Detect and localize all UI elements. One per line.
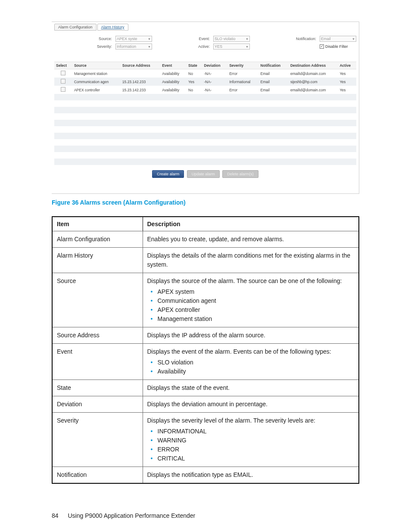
table-row[interactable]: [54, 100, 356, 107]
table-row: StateDisplays the state of the event.: [52, 380, 359, 396]
table-row[interactable]: [54, 113, 356, 120]
table-row: Alarm ConfigurationEnables you to create…: [52, 231, 359, 248]
tabs-row: Alarm Configuration Alarm History: [54, 24, 356, 31]
col-notification: Notification: [259, 62, 289, 69]
page-number: 84: [52, 512, 59, 519]
item-cell: Severity: [52, 413, 143, 467]
table-row[interactable]: [54, 126, 356, 133]
col-active: Active: [338, 62, 356, 69]
grid-header-row: Select Source Source Address Event State…: [54, 62, 356, 69]
figure-caption: Figure 36 Alarms screen (Alarm Configura…: [52, 199, 359, 206]
col-state: State: [187, 62, 202, 69]
table-row[interactable]: [54, 159, 356, 165]
row-select-checkbox[interactable]: [61, 87, 65, 92]
table-row: DeviationDisplays the deviation amount i…: [52, 396, 359, 413]
item-cell: Alarm Configuration: [52, 231, 143, 248]
footer-title: Using P9000 Application Performance Exte…: [68, 512, 195, 519]
description-table: Item Description Alarm ConfigurationEnab…: [52, 216, 359, 484]
table-row[interactable]: [54, 107, 356, 113]
table-row[interactable]: [54, 139, 356, 146]
table-row: EventDisplays the event of the alarm. Ev…: [52, 344, 359, 380]
table-row[interactable]: [54, 94, 356, 100]
bullet-list: SLO violationAvailability: [147, 358, 355, 376]
description-cell: Displays the source of the alarm. The so…: [143, 273, 359, 327]
chevron-down-icon: ▼: [246, 45, 249, 48]
item-cell: Deviation: [52, 396, 143, 413]
select-severity[interactable]: Information▼: [115, 44, 152, 50]
col-severity: Severity: [227, 62, 258, 69]
bullet-list: INFORMATIONALWARNINGERRORCRITICAL: [147, 427, 355, 463]
table-row: Source AddressDisplays the IP address of…: [52, 327, 359, 344]
description-cell: Displays the event of the alarm. Events …: [143, 344, 359, 380]
label-source: Source:: [54, 37, 112, 41]
button-row: Create alarm Update alarm Delete alarm(s…: [54, 165, 356, 187]
header-item: Item: [52, 217, 143, 231]
list-item: WARNING: [158, 436, 355, 445]
list-item: ERROR: [158, 445, 355, 454]
col-source-address: Source Address: [121, 62, 160, 69]
label-active: Active:: [156, 44, 210, 49]
col-event: Event: [160, 62, 187, 69]
list-item: APEX controller: [158, 305, 355, 314]
tab-alarm-configuration[interactable]: Alarm Configuration: [54, 24, 97, 31]
col-source: Source: [72, 62, 121, 69]
description-cell: Enables you to create, update, and remov…: [143, 231, 359, 248]
description-cell: Displays the state of the event.: [143, 380, 359, 396]
header-description: Description: [143, 217, 359, 231]
description-cell: Displays the IP address of the alarm sou…: [143, 327, 359, 344]
list-item: APEX system: [158, 287, 355, 296]
table-row[interactable]: [54, 146, 356, 152]
alarms-grid: Select Source Source Address Event State…: [54, 62, 356, 165]
description-cell: Displays the notification type as EMAIL.: [143, 467, 359, 484]
col-destination: Destination Address: [289, 62, 338, 69]
table-row: NotificationDisplays the notification ty…: [52, 467, 359, 484]
table-row[interactable]: APEX controller15.23.142.233Availability…: [54, 86, 356, 94]
description-cell: Displays the deviation amount in percent…: [143, 396, 359, 413]
delete-alarm-button[interactable]: Delete alarm(s): [222, 170, 258, 178]
item-cell: State: [52, 380, 143, 396]
disable-filter[interactable]: ✓ Disable Filter: [320, 44, 356, 49]
select-source[interactable]: APEX syste▼: [115, 36, 152, 42]
page-footer: 84 Using P9000 Application Performance E…: [52, 512, 359, 519]
chevron-down-icon: ▼: [352, 37, 355, 40]
create-alarm-button[interactable]: Create alarm: [152, 170, 184, 178]
item-cell: Alarm History: [52, 248, 143, 273]
table-row: Alarm HistoryDisplays the details of the…: [52, 248, 359, 273]
description-cell: Displays the details of the alarm condit…: [143, 248, 359, 273]
list-item: SLO violation: [158, 358, 355, 367]
col-select: Select: [54, 62, 72, 69]
item-cell: Event: [52, 344, 143, 380]
table-row[interactable]: [54, 133, 356, 139]
table-row[interactable]: Management stationAvailabilityNo-NA-Erro…: [54, 69, 356, 78]
alarm-config-screenshot: Alarm Configuration Alarm History Source…: [52, 22, 359, 194]
row-select-checkbox[interactable]: [61, 79, 65, 84]
table-row[interactable]: [54, 120, 356, 126]
label-severity: Severity:: [54, 44, 112, 49]
table-row[interactable]: Communication agen15.23.142.233Availabil…: [54, 78, 356, 86]
description-cell: Displays the severity level of the alarm…: [143, 413, 359, 467]
select-active[interactable]: YES▼: [213, 44, 250, 50]
bullet-list: APEX systemCommunication agentAPEX contr…: [147, 287, 355, 324]
checkbox-icon[interactable]: ✓: [320, 44, 324, 49]
label-notification: Notification:: [253, 37, 316, 41]
list-item: CRITICAL: [158, 454, 355, 463]
table-row: SourceDisplays the source of the alarm. …: [52, 273, 359, 327]
list-item: Communication agent: [158, 296, 355, 305]
col-deviation: Deviation: [202, 62, 228, 69]
table-row: SeverityDisplays the severity level of t…: [52, 413, 359, 467]
list-item: Availability: [158, 367, 355, 376]
item-cell: Source: [52, 273, 143, 327]
select-event[interactable]: SLO violatio▼: [213, 36, 250, 42]
item-cell: Notification: [52, 467, 143, 484]
update-alarm-button[interactable]: Update alarm: [187, 170, 220, 178]
list-item: INFORMATIONAL: [158, 427, 355, 436]
row-select-checkbox[interactable]: [61, 71, 65, 75]
chevron-down-icon: ▼: [148, 45, 151, 48]
select-notification[interactable]: Email▼: [320, 36, 356, 42]
item-cell: Source Address: [52, 327, 143, 344]
filter-bar: Source: APEX syste▼ Event: SLO violatio▼…: [54, 36, 356, 50]
table-row[interactable]: [54, 152, 356, 159]
tab-alarm-history[interactable]: Alarm History: [97, 24, 128, 31]
disable-filter-label: Disable Filter: [325, 44, 348, 49]
list-item: Management station: [158, 314, 355, 324]
